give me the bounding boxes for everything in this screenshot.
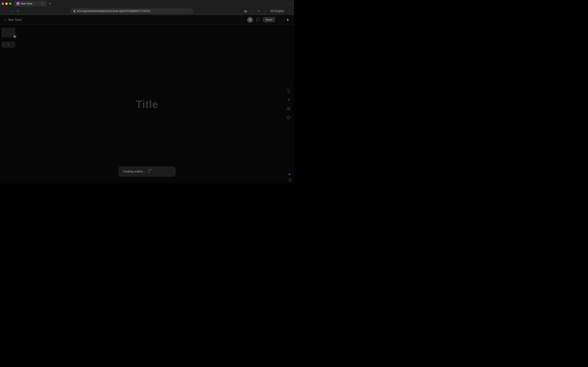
back-nav-button[interactable]: ‹ bbox=[2, 8, 7, 13]
svg-point-11 bbox=[288, 117, 288, 117]
tab-bar: New Tome ✕ + ⌄ bbox=[0, 0, 294, 7]
active-tab[interactable]: New Tome ✕ bbox=[14, 1, 47, 7]
share-button[interactable]: Share bbox=[263, 17, 275, 22]
traffic-lights bbox=[2, 2, 11, 5]
browser-chrome: New Tome ✕ + ⌄ ‹ › ↻ 🔒 tome.app/sarahswo… bbox=[0, 0, 294, 15]
sidebar-toggle-icon[interactable]: ⊡ bbox=[256, 8, 261, 13]
back-arrow-icon bbox=[3, 18, 7, 21]
creating-outline-text: Creating outline... bbox=[123, 170, 145, 173]
close-button[interactable] bbox=[2, 2, 4, 5]
svg-point-10 bbox=[287, 117, 288, 118]
play-button[interactable] bbox=[285, 17, 291, 23]
tab-close-button[interactable]: ✕ bbox=[41, 2, 44, 5]
add-icon bbox=[287, 98, 291, 102]
maximize-button[interactable] bbox=[9, 2, 11, 5]
help-icon bbox=[288, 178, 292, 182]
incognito-icon bbox=[271, 10, 273, 12]
svg-point-13 bbox=[290, 117, 290, 118]
incognito-label: Incognito bbox=[274, 10, 283, 12]
svg-marker-1 bbox=[287, 18, 289, 21]
palette-icon bbox=[287, 116, 291, 120]
tab-title: New Tome bbox=[21, 2, 40, 5]
sparkle-icon bbox=[287, 173, 292, 177]
app-title: New Tome bbox=[8, 18, 22, 21]
loading-spinner bbox=[148, 169, 153, 174]
ai-icon bbox=[287, 89, 291, 93]
reload-button[interactable]: ↻ bbox=[16, 8, 20, 13]
comment-button[interactable] bbox=[255, 17, 261, 23]
palette-button[interactable] bbox=[286, 115, 292, 120]
svg-point-12 bbox=[289, 117, 289, 117]
right-toolbar bbox=[286, 88, 292, 120]
ai-button[interactable] bbox=[286, 88, 292, 94]
lock-icon: 🔒 bbox=[73, 10, 76, 12]
canvas-title-placeholder[interactable]: Title bbox=[136, 98, 158, 110]
add-element-button[interactable] bbox=[286, 97, 292, 103]
slide-avatar: S bbox=[13, 35, 17, 38]
url-bar[interactable]: 🔒 tome.app/sarahsworkspace/new-tome-clgm… bbox=[71, 8, 193, 14]
url-text: tome.app/sarahsworkspace/new-tome-clgm67… bbox=[77, 9, 191, 12]
header-right: S Share ··· bbox=[247, 17, 291, 23]
target-button[interactable] bbox=[286, 106, 292, 111]
minimize-button[interactable] bbox=[5, 2, 8, 5]
tab-favicon bbox=[16, 2, 20, 5]
incognito-badge: Incognito bbox=[269, 9, 285, 13]
address-bar-right: 📺 ⬚ ⊡ ☆ Incognito ⋮ bbox=[243, 8, 292, 13]
svg-point-5 bbox=[288, 108, 289, 109]
slide-sidebar: 1 S + bbox=[0, 25, 22, 184]
target-icon bbox=[287, 107, 291, 111]
new-tab-button[interactable]: + bbox=[47, 1, 53, 6]
forward-nav-button[interactable]: › bbox=[9, 8, 14, 13]
main-content: 1 S + Title bbox=[0, 25, 294, 184]
svg-point-4 bbox=[287, 107, 290, 110]
add-slide-button[interactable]: + bbox=[2, 42, 15, 48]
slide-thumbnail[interactable]: S bbox=[2, 28, 15, 37]
app-header: New Tome S Share ··· bbox=[0, 15, 294, 25]
help-button[interactable] bbox=[288, 178, 292, 183]
user-avatar[interactable]: S bbox=[247, 17, 253, 23]
creating-outline-bar: Creating outline... bbox=[118, 167, 176, 176]
back-button[interactable] bbox=[3, 18, 7, 21]
play-icon bbox=[286, 18, 290, 21]
browser-menu-button[interactable]: ⋮ bbox=[287, 8, 292, 13]
bookmark-icon[interactable]: ☆ bbox=[263, 8, 268, 13]
slide-item[interactable]: 1 S bbox=[2, 28, 21, 37]
comment-icon bbox=[256, 18, 260, 22]
cast-icon[interactable]: 📺 bbox=[243, 8, 248, 13]
sparkle-button[interactable] bbox=[287, 173, 292, 178]
more-button[interactable]: ··· bbox=[277, 17, 283, 23]
address-bar: ‹ › ↻ 🔒 tome.app/sarahsworkspace/new-tom… bbox=[0, 7, 294, 15]
tab-list-button[interactable]: ⌄ bbox=[288, 1, 292, 6]
extension-icon[interactable]: ⬚ bbox=[250, 8, 255, 13]
